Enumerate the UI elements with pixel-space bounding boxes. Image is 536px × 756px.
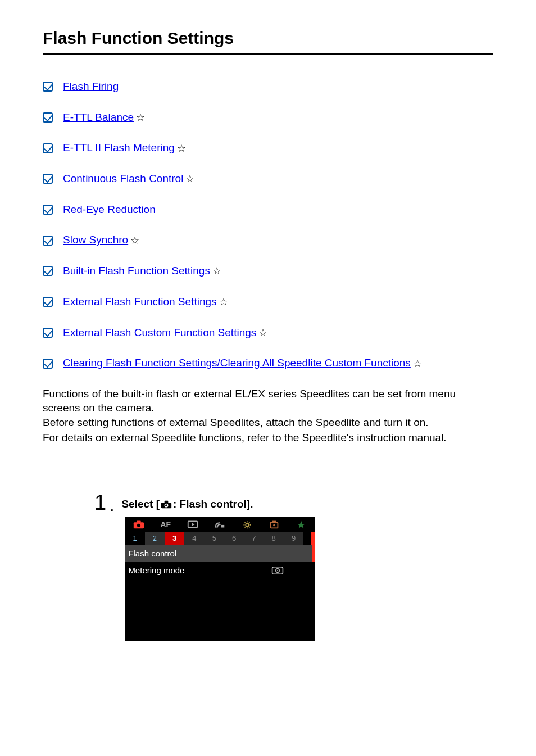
toc-item: Clearing Flash Function Settings/Clearin…	[43, 356, 493, 370]
star-icon: ☆	[258, 328, 267, 338]
star-icon: ☆	[136, 112, 145, 123]
check-icon	[43, 143, 53, 153]
menu-top-tabs: AF	[125, 517, 315, 532]
subtab-1[interactable]: 1	[125, 532, 144, 545]
svg-rect-5	[137, 521, 140, 523]
subtab-9[interactable]: 9	[284, 532, 303, 545]
svg-point-6	[137, 524, 140, 527]
tab-wireless[interactable]	[206, 517, 233, 532]
subtab-2[interactable]: 2	[145, 532, 165, 545]
check-icon	[43, 112, 53, 123]
check-icon	[43, 174, 53, 184]
toc-link[interactable]: External Flash Function Settings	[63, 295, 217, 309]
star-icon: ☆	[219, 297, 228, 307]
star-icon: ☆	[130, 236, 139, 246]
svg-marker-8	[192, 523, 195, 527]
tab-playback[interactable]	[179, 517, 206, 532]
toc-item: Built-in Flash Function Settings☆	[43, 264, 493, 278]
check-icon	[43, 82, 53, 92]
step-title-suffix: : Flash control].	[173, 497, 253, 511]
toc-item: E-TTL Balance☆	[43, 111, 493, 125]
svg-rect-10	[221, 525, 225, 528]
subtab-6[interactable]: 6	[224, 532, 244, 545]
camera-menu-screenshot: AF 123456789 F	[125, 517, 315, 641]
tab-shoot[interactable]	[125, 517, 152, 532]
check-icon	[43, 205, 53, 215]
page-title: Flash Function Settings	[43, 27, 493, 49]
toc-link-list: Flash FiringE-TTL Balance☆E-TTL II Flash…	[43, 80, 493, 370]
menu-row-flash-control[interactable]: Flash control	[125, 545, 315, 562]
toc-item: Slow Synchro☆	[43, 233, 493, 247]
menu-row-label: Metering mode	[128, 565, 244, 576]
tab-mymenu[interactable]	[288, 517, 315, 532]
check-icon	[43, 236, 53, 246]
svg-marker-16	[297, 521, 306, 529]
check-icon	[43, 297, 53, 307]
toc-item: External Flash Function Settings☆	[43, 295, 493, 309]
menu-row-metering-mode[interactable]: Metering mode	[125, 562, 315, 578]
svg-point-11	[246, 523, 249, 527]
svg-point-14	[273, 524, 275, 527]
svg-rect-1	[165, 501, 169, 503]
subtab-red-indicator	[311, 532, 315, 545]
toc-link[interactable]: Built-in Flash Function Settings	[63, 264, 210, 278]
svg-point-9	[216, 527, 217, 528]
separator	[43, 450, 493, 450]
toc-link[interactable]: Slow Synchro	[63, 233, 128, 247]
toc-link[interactable]: Continuous Flash Control	[63, 172, 183, 186]
subtab-7[interactable]: 7	[244, 532, 264, 545]
subtab-8[interactable]: 8	[264, 532, 284, 545]
toc-link[interactable]: Clearing Flash Function Settings/Clearin…	[63, 356, 411, 370]
check-icon	[43, 266, 53, 276]
star-icon: ☆	[413, 359, 422, 369]
subtab-3[interactable]: 3	[165, 532, 184, 545]
step-title-prefix: Select [	[121, 497, 160, 511]
toc-item: Red-Eye Reduction	[43, 203, 493, 217]
svg-point-3	[165, 504, 167, 506]
check-icon	[43, 359, 53, 369]
camera-icon	[161, 497, 172, 511]
step-title: Select [ : Flash control].	[121, 497, 493, 511]
star-icon: ☆	[212, 266, 221, 276]
toc-link[interactable]: E-TTL II Flash Metering	[63, 141, 175, 155]
toc-item: E-TTL II Flash Metering☆	[43, 141, 493, 155]
body-paragraph-1: Functions of the built-in flash or exter…	[43, 387, 493, 415]
tab-setup[interactable]	[234, 517, 261, 532]
check-icon	[43, 328, 53, 338]
toc-item: Flash Firing	[43, 80, 493, 94]
menu-sub-tabs: 123456789	[125, 532, 315, 545]
menu-rows: Flash control Metering mode	[125, 545, 315, 641]
toc-link[interactable]: E-TTL Balance	[63, 111, 134, 125]
toc-link[interactable]: Flash Firing	[63, 80, 119, 94]
star-icon: ☆	[185, 174, 194, 184]
body-paragraph-2: Before setting functions of external Spe…	[43, 416, 493, 430]
toc-link[interactable]: External Flash Custom Function Settings	[63, 326, 256, 340]
svg-rect-13	[272, 521, 276, 523]
tab-custom[interactable]	[261, 517, 288, 532]
step-number: 1	[94, 492, 106, 513]
step-1: 1 . Select [ : Flash control]. AF	[94, 491, 493, 642]
subtab-4[interactable]: 4	[184, 532, 204, 545]
tab-af[interactable]: AF	[152, 517, 179, 532]
body-paragraph-3: For details on external Speedlite functi…	[43, 431, 493, 445]
menu-row-label: Flash control	[128, 548, 311, 559]
star-icon: ☆	[177, 143, 186, 153]
metering-mode-icon	[244, 566, 311, 575]
toc-link[interactable]: Red-Eye Reduction	[63, 203, 156, 217]
svg-point-19	[277, 570, 278, 571]
subtab-5[interactable]: 5	[205, 532, 224, 545]
toc-item: Continuous Flash Control☆	[43, 172, 493, 186]
step-dot: .	[110, 497, 113, 517]
toc-item: External Flash Custom Function Settings☆	[43, 326, 493, 340]
subtab-spacer	[303, 532, 311, 545]
